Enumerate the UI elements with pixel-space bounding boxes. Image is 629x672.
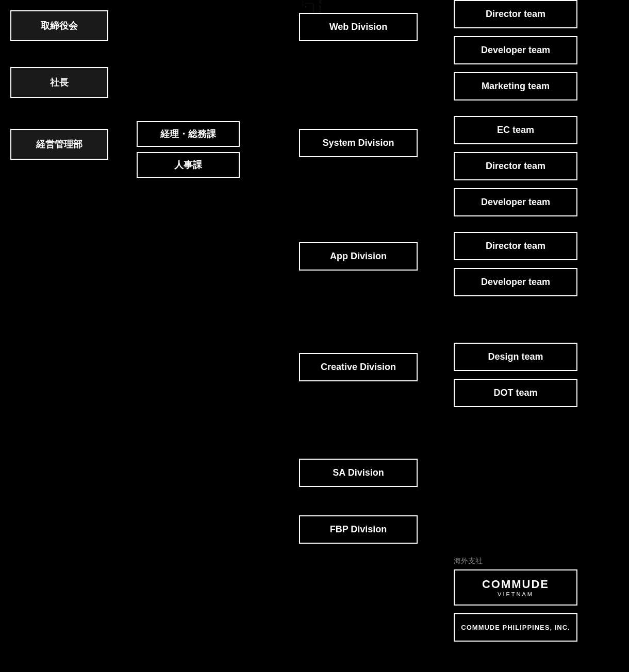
app-division-node: App Division <box>299 242 418 271</box>
keiri-node: 経理・総務課 <box>137 121 240 147</box>
web-developer-team-node: Developer team <box>454 36 577 64</box>
sa-division-node: SA Division <box>299 459 418 487</box>
jinji-node: 人事課 <box>137 152 240 178</box>
sys-director-team-node: Director team <box>454 152 577 180</box>
overseas-label: 海外支社 <box>454 557 483 566</box>
keiei-node: 経営管理部 <box>10 129 108 160</box>
fbp-division-node: FBP Division <box>299 515 418 544</box>
creative-dot-team-node: DOT team <box>454 379 577 407</box>
commude-vietnam-main: COMMUDE <box>482 578 549 591</box>
sys-ec-team-node: EC team <box>454 116 577 144</box>
creative-design-team-node: Design team <box>454 343 577 371</box>
creative-division-node: Creative Division <box>299 353 418 381</box>
web-director-team-node: Director team <box>454 0 577 28</box>
app-director-team-node: Director team <box>454 232 577 260</box>
commude-philippines-logo: COMMUDE PHILIPPINES, INC. <box>454 613 577 642</box>
commude-vietnam-sub: VIETNAM <box>498 591 534 597</box>
web-division-node: Web Division <box>299 13 418 41</box>
web-marketing-team-node: Marketing team <box>454 72 577 100</box>
sys-developer-team-node: Developer team <box>454 188 577 216</box>
app-developer-team-node: Developer team <box>454 268 577 296</box>
shacho-node: 社長 <box>10 67 108 98</box>
system-division-node: System Division <box>299 129 418 157</box>
commude-vietnam-logo: COMMUDE VIETNAM <box>454 569 577 606</box>
torishimarikai-node: 取締役会 <box>10 10 108 41</box>
commude-philippines-text: COMMUDE PHILIPPINES, INC. <box>461 624 570 631</box>
